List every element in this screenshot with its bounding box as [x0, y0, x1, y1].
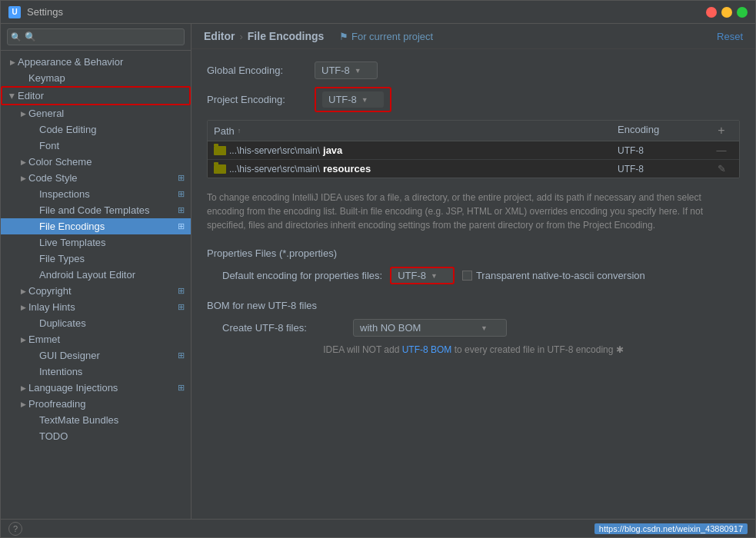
dropdown-arrow-icon: ▼ — [355, 67, 361, 75]
remove-button[interactable]: — — [710, 144, 733, 156]
sidebar-item-label: Emmet — [28, 334, 185, 345]
arrow-icon: ▶ — [18, 108, 28, 119]
folder-icon — [214, 164, 226, 174]
default-encoding-dropdown[interactable]: UTF-8 ▼ — [390, 267, 455, 284]
sidebar-item-code-style[interactable]: ▶ Code Style ⊞ — [1, 170, 191, 186]
arrow-icon: ▶ — [18, 399, 28, 410]
global-encoding-value: UTF-8 — [321, 65, 350, 76]
dropdown-arrow-icon: ▼ — [431, 272, 438, 280]
sidebar-item-file-code-templates[interactable]: File and Code Templates ⊞ — [1, 202, 191, 218]
sidebar-item-label: Code Editing — [39, 124, 185, 135]
sidebar-item-color-scheme[interactable]: ▶ Color Scheme — [1, 154, 191, 170]
path-prefix: ...\his-server\src\main\ — [229, 164, 320, 174]
table-header: Path ↑ Encoding + — [208, 121, 739, 141]
sidebar-item-live-templates[interactable]: Live Templates — [1, 234, 191, 251]
dropdown-arrow-icon: ▼ — [361, 96, 368, 104]
sidebar-item-label: Proofreading — [28, 398, 185, 410]
sidebar-item-appearance[interactable]: ▶ Appearance & Behavior — [1, 54, 191, 70]
bom-section-title: BOM for new UTF-8 files — [207, 300, 740, 311]
sidebar-item-language-injections[interactable]: ▶ Language Injections ⊞ — [1, 380, 191, 396]
maximize-button[interactable] — [737, 7, 748, 18]
sidebar-item-font[interactable]: Font — [1, 138, 191, 154]
shared-icon: ⊞ — [178, 189, 185, 199]
arrow-icon — [28, 431, 39, 442]
help-button[interactable]: ? — [8, 522, 22, 536]
arrow-icon: ▶ — [18, 334, 28, 345]
sidebar-item-general[interactable]: ▶ General — [1, 105, 191, 121]
global-encoding-dropdown[interactable]: UTF-8 ▼ — [315, 61, 378, 79]
sidebar-item-proofreading[interactable]: ▶ Proofreading — [1, 396, 191, 412]
encoding-cell: UTF-8 — [618, 145, 710, 156]
sidebar-item-label: TODO — [39, 430, 185, 442]
encodings-table: Path ↑ Encoding + ...\his-server\src\mai… — [207, 120, 740, 178]
transparent-label: Transparent native-to-ascii conversion — [476, 270, 645, 281]
sidebar-item-label: Inspections — [39, 188, 175, 200]
arrow-icon — [28, 189, 39, 200]
project-encoding-value: UTF-8 — [328, 94, 357, 105]
project-encoding-dropdown[interactable]: UTF-8 ▼ — [322, 91, 384, 108]
shared-icon: ⊞ — [178, 205, 185, 215]
transparent-checkbox[interactable] — [462, 271, 472, 281]
sidebar-item-file-types[interactable]: File Types — [1, 251, 191, 267]
status-url: https://blog.csdn.net/weixin_43880917 — [594, 523, 748, 534]
properties-section: Properties Files (*.properties) Default … — [207, 247, 740, 284]
minimize-button[interactable] — [721, 7, 732, 18]
content-area: 🔍 ▶ Appearance & Behavior Keymap ▶ — [1, 24, 755, 519]
sidebar-item-inspections[interactable]: Inspections ⊞ — [1, 186, 191, 202]
arrow-icon — [28, 237, 39, 248]
arrow-icon: ▶ — [7, 91, 18, 101]
sidebar-item-emmet[interactable]: ▶ Emmet — [1, 331, 191, 347]
default-encoding-label: Default encoding for properties files: — [222, 270, 382, 281]
sidebar-item-keymap[interactable]: Keymap — [1, 70, 191, 86]
sidebar-item-gui-designer[interactable]: GUI Designer ⊞ — [1, 347, 191, 364]
arrow-icon — [28, 270, 39, 281]
search-input[interactable] — [7, 28, 185, 45]
sidebar-item-label: Android Layout Editor — [39, 269, 185, 281]
col-add-button[interactable]: + — [710, 124, 733, 138]
sidebar-item-todo[interactable]: TODO — [1, 428, 191, 444]
arrow-icon: ▶ — [18, 157, 28, 168]
main-panel: Editor › File Encodings ⚑ For current pr… — [191, 24, 755, 519]
sidebar-item-label: Color Scheme — [28, 156, 185, 168]
status-bar: ? https://blog.csdn.net/weixin_43880917 — [1, 519, 755, 537]
bom-section: BOM for new UTF-8 files Create UTF-8 fil… — [207, 300, 740, 355]
encoding-cell: UTF-8 — [618, 164, 710, 174]
sidebar-item-textmate-bundles[interactable]: TextMate Bundles — [1, 412, 191, 428]
sidebar-item-label: File Types — [39, 253, 185, 264]
search-wrap: 🔍 — [7, 28, 185, 45]
create-utf8-dropdown[interactable]: with NO BOM ▼ — [353, 319, 507, 337]
utf8-bom-highlight: UTF-8 BOM — [402, 344, 452, 355]
sidebar-item-editor[interactable]: ▶ Editor — [1, 86, 191, 105]
arrow-icon: ▶ — [18, 302, 28, 313]
sidebar-item-copyright[interactable]: ▶ Copyright ⊞ — [1, 283, 191, 299]
reset-button[interactable]: Reset — [717, 31, 743, 42]
col-encoding-header: Encoding — [618, 124, 710, 138]
edit-button[interactable]: ✎ — [710, 163, 733, 174]
close-button[interactable] — [706, 7, 717, 18]
arrow-icon — [18, 73, 28, 84]
sidebar-item-duplicates[interactable]: Duplicates — [1, 315, 191, 331]
window-title: Settings — [27, 6, 706, 18]
arrow-icon — [28, 125, 39, 135]
sidebar-item-code-editing[interactable]: Code Editing — [1, 121, 191, 138]
table-row: ...\his-server\src\main\resources UTF-8 … — [208, 160, 739, 178]
properties-section-title: Properties Files (*.properties) — [207, 247, 740, 259]
sidebar-item-android-layout-editor[interactable]: Android Layout Editor — [1, 267, 191, 283]
path-prefix: ...\his-server\src\main\ — [229, 145, 320, 156]
arrow-icon: ▶ — [18, 383, 28, 394]
sidebar-item-label: Intentions — [39, 366, 185, 377]
sidebar-item-inlay-hints[interactable]: ▶ Inlay Hints ⊞ — [1, 299, 191, 315]
table-row: ...\his-server\src\main\java UTF-8 — — [208, 141, 739, 160]
arrow-icon — [28, 254, 39, 264]
shared-icon: ⊞ — [178, 286, 185, 296]
search-icon: 🔍 — [11, 32, 22, 42]
sidebar-item-label: Live Templates — [39, 237, 185, 248]
arrow-icon — [28, 318, 39, 329]
sidebar-item-label: General — [28, 108, 185, 119]
arrow-icon: ▶ — [18, 286, 28, 297]
sidebar-item-intentions[interactable]: Intentions — [1, 364, 191, 380]
sidebar-item-label: Appearance & Behavior — [18, 56, 185, 68]
sidebar-item-file-encodings[interactable]: File Encodings ⊞ — [1, 218, 191, 234]
arrow-icon: ▶ — [18, 173, 28, 184]
shared-icon: ⊞ — [178, 173, 185, 183]
